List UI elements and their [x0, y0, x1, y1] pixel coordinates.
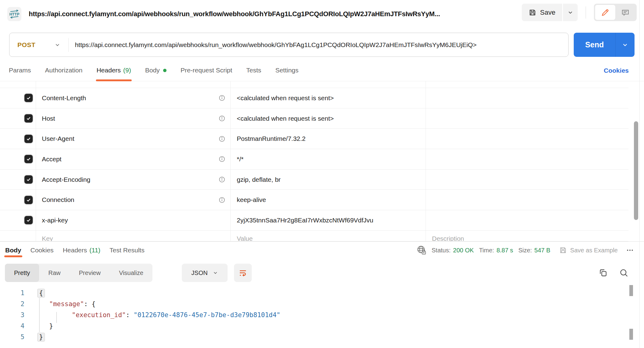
response-tab-test-results[interactable]: Test Results [110, 242, 145, 259]
url-input[interactable] [75, 34, 568, 56]
view-tab-visualize[interactable]: Visualize [110, 264, 152, 282]
network-globe-icon[interactable] [417, 245, 426, 255]
tab-label: Tests [246, 67, 261, 74]
response-tabs: Body Cookies Headers (11) Test Results [0, 242, 145, 259]
send-options-caret[interactable] [616, 42, 635, 48]
search-button[interactable] [619, 268, 629, 278]
format-selector[interactable]: JSON [182, 264, 228, 282]
send-button[interactable]: Send [574, 33, 635, 57]
wrap-text-button[interactable] [234, 264, 252, 282]
info-icon[interactable] [218, 115, 225, 122]
cell-key[interactable]: Host [36, 108, 231, 129]
chevron-down-icon [567, 9, 573, 16]
info-icon[interactable] [218, 196, 225, 203]
tab-label: Cookies [31, 247, 54, 254]
tab-body[interactable]: Body [145, 60, 166, 81]
cell-description[interactable] [426, 88, 628, 108]
cell-description[interactable] [426, 129, 628, 149]
cell-description[interactable] [426, 108, 628, 129]
cell-checkbox [0, 210, 36, 230]
row-checkbox[interactable] [24, 114, 33, 123]
tab-authorization[interactable]: Authorization [45, 60, 82, 81]
info-icon[interactable] [218, 176, 225, 183]
request-tabs: Params Authorization Headers (9) Body Pr… [0, 60, 644, 81]
info-icon[interactable] [218, 156, 225, 163]
view-tab-preview[interactable]: Preview [70, 264, 110, 282]
cell-key[interactable]: Connection [36, 190, 231, 210]
indent-guide [39, 298, 40, 332]
pencil-icon [601, 8, 609, 17]
status-badge: 200 OK [453, 247, 474, 254]
cell-value[interactable]: <calculated when request is sent> [231, 108, 426, 129]
save-as-example-button[interactable]: Save as Example [559, 246, 618, 254]
cell-description[interactable] [426, 210, 628, 230]
cell-value[interactable]: gzip, deflate, br [231, 170, 426, 190]
response-tab-body[interactable]: Body [5, 242, 21, 259]
headers-count-badge: (9) [123, 67, 131, 74]
time-pair: Time: 8.87 s [479, 247, 513, 254]
tab-params[interactable]: Params [9, 60, 31, 81]
save-options-caret[interactable] [563, 4, 578, 21]
copy-button[interactable] [598, 268, 608, 278]
row-checkbox[interactable] [24, 135, 33, 143]
cell-value[interactable]: <calculated when request is sent> [231, 88, 426, 108]
more-options-button[interactable] [626, 246, 634, 254]
tab-headers[interactable]: Headers (9) [97, 60, 131, 81]
page-scrollbar-thumb[interactable] [629, 329, 633, 340]
response-tab-cookies[interactable]: Cookies [31, 242, 54, 259]
save-as-example-label: Save as Example [570, 247, 618, 254]
cell-key[interactable]: Content-Length [36, 88, 231, 108]
cell-key[interactable]: Accept [36, 149, 231, 169]
header-key: Accept [42, 156, 61, 163]
info-icon[interactable] [218, 135, 225, 142]
ellipsis-icon [626, 246, 634, 254]
line-number: 3 [0, 311, 29, 319]
cell-value[interactable]: */* [231, 149, 426, 169]
cookies-link[interactable]: Cookies [604, 60, 629, 81]
save-button[interactable]: Save [522, 4, 562, 21]
request-scrollbar-thumb[interactable] [634, 121, 638, 220]
cell-description[interactable] [426, 149, 628, 169]
code-content: "message": { [41, 300, 96, 308]
cell-value[interactable]: PostmanRuntime/7.32.2 [231, 129, 426, 149]
json-punctuation: : { [84, 300, 96, 308]
response-body-editor[interactable]: 1 { 2 "message": { 3 "execution_id": "01… [0, 288, 623, 348]
response-tab-headers[interactable]: Headers (11) [63, 242, 100, 259]
cell-key[interactable]: Accept-Encoding [36, 170, 231, 190]
fold-marker[interactable]: } [37, 333, 45, 342]
tab-pre-request-script[interactable]: Pre-request Script [181, 60, 232, 81]
header-value: keep-alive [237, 196, 266, 203]
cell-value[interactable]: 2yjX35tnnSaa7Hr2g8EaI7rWxbzcNtWf69VdfJvu [231, 210, 426, 230]
info-icon[interactable] [218, 94, 225, 101]
json-string-value: "0122670e-4876-45e7-b7be-d3e79b8101d4" [134, 311, 280, 319]
tab-label: Body [5, 247, 21, 254]
cell-description[interactable] [426, 190, 628, 210]
code-content: } [41, 322, 53, 330]
line-number: 1 [0, 289, 29, 297]
row-checkbox[interactable] [24, 94, 33, 102]
fold-marker[interactable]: { [37, 289, 45, 298]
row-checkbox[interactable] [24, 175, 33, 184]
response-scrollbar-thumb[interactable] [629, 285, 633, 296]
code-content: { [29, 289, 45, 298]
cell-description[interactable]: Description [426, 231, 628, 241]
row-checkbox[interactable] [24, 155, 33, 163]
table-row: Content-Length <calculated when request … [0, 88, 628, 108]
method-selector[interactable]: POST [9, 41, 68, 49]
cell-description[interactable] [426, 170, 628, 190]
cell-key[interactable]: x-api-key [36, 210, 231, 230]
cell-value[interactable]: keep-alive [231, 190, 426, 210]
comments-button[interactable] [615, 5, 635, 20]
row-checkbox[interactable] [24, 216, 33, 224]
cell-key[interactable]: Key [36, 231, 231, 241]
row-checkbox[interactable] [24, 196, 33, 204]
edit-mode-button[interactable] [595, 5, 615, 20]
tab-tests[interactable]: Tests [246, 60, 261, 81]
code-line: 3 "execution_id": "0122670e-4876-45e7-b7… [0, 310, 623, 321]
header-value: PostmanRuntime/7.32.2 [237, 135, 306, 142]
view-tab-raw[interactable]: Raw [39, 264, 70, 282]
cell-key[interactable]: User-Agent [36, 129, 231, 149]
view-tab-pretty[interactable]: Pretty [5, 264, 39, 282]
cell-value[interactable]: Value [231, 231, 426, 241]
tab-settings[interactable]: Settings [275, 60, 298, 81]
